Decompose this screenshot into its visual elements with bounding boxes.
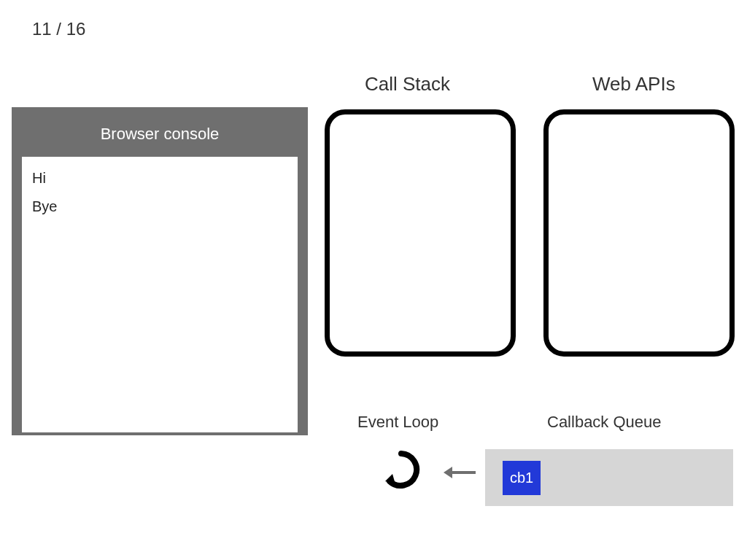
web-apis-box xyxy=(543,109,735,357)
call-stack-title: Call Stack xyxy=(365,73,450,96)
console-line: Bye xyxy=(32,198,287,215)
browser-console-title: Browser console xyxy=(22,117,298,157)
browser-console: Browser console Hi Bye xyxy=(12,107,308,435)
callback-item: cb1 xyxy=(503,461,541,495)
web-apis-title: Web APIs xyxy=(592,73,676,96)
arrow-left-icon xyxy=(442,464,477,481)
page-counter: 11 / 16 xyxy=(32,19,85,39)
callback-queue-title: Callback Queue xyxy=(547,413,662,432)
browser-console-body: Hi Bye xyxy=(22,157,298,432)
call-stack-box xyxy=(325,109,516,357)
event-loop-title: Event Loop xyxy=(357,413,438,432)
loop-icon xyxy=(381,449,422,490)
console-line: Hi xyxy=(32,170,287,187)
callback-queue-box: cb1 xyxy=(485,449,733,506)
